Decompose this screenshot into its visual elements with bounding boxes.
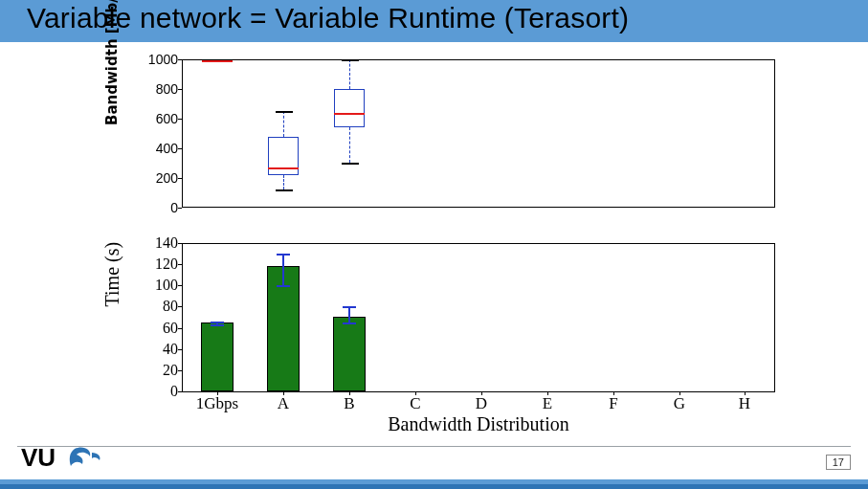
xtick: E xyxy=(543,394,552,413)
box-cap xyxy=(342,163,359,165)
box-median xyxy=(334,113,365,115)
griffin-icon xyxy=(70,447,100,466)
box-whisker xyxy=(349,127,350,163)
xtick: C xyxy=(410,394,420,413)
box-cap xyxy=(342,59,359,61)
chart-time-bar: Time (s) 0 20 40 60 80 100 120 140 1Gbps… xyxy=(52,243,808,444)
ytick: 100 xyxy=(145,277,178,294)
ytick: 80 xyxy=(145,298,178,315)
slide-content: Bandwidth [Mb/s] 0 200 400 600 800 1000 xyxy=(0,42,868,444)
xtick: B xyxy=(344,394,354,413)
ytick: 200 xyxy=(145,170,178,186)
error-cap xyxy=(277,254,290,256)
box-body xyxy=(334,89,365,127)
footer-divider xyxy=(17,446,851,447)
box-body xyxy=(268,137,299,175)
xtick: 1Gbps xyxy=(196,394,238,413)
xtick: D xyxy=(476,394,487,413)
xtick: H xyxy=(739,394,750,413)
ytick: 400 xyxy=(145,141,178,156)
xtick: F xyxy=(609,394,617,413)
bar xyxy=(333,317,366,391)
chart-bandwidth-boxplot: Bandwidth [Mb/s] 0 200 400 600 800 1000 xyxy=(105,59,775,232)
vu-logo: VU xyxy=(21,445,117,474)
ytick: 60 xyxy=(145,320,178,337)
page-number: 17 xyxy=(826,455,851,470)
error-cap xyxy=(211,322,224,323)
x-axis-label-bottom: Bandwidth Distribution xyxy=(182,413,775,435)
box-whisker xyxy=(283,111,284,137)
y-axis-label-top: Bandwidth [Mb/s] xyxy=(103,0,121,125)
error-bar xyxy=(348,306,350,322)
error-cap xyxy=(343,322,356,324)
ytick: 0 xyxy=(145,383,178,400)
box-cap xyxy=(276,189,293,191)
logo-text: VU xyxy=(21,445,56,470)
footer-color-bars xyxy=(0,479,868,489)
bar xyxy=(201,322,234,391)
error-bar xyxy=(282,254,284,285)
xtick: G xyxy=(674,394,685,413)
box-median xyxy=(202,60,233,62)
ytick: 0 xyxy=(145,200,178,215)
y-axis-label-bottom: Time (s) xyxy=(101,242,123,307)
ytick: 120 xyxy=(145,256,178,273)
error-cap xyxy=(343,306,356,308)
title-bar: Variable network = Variable Runtime (Ter… xyxy=(0,0,868,42)
box-whisker xyxy=(349,59,350,89)
plot-frame-top xyxy=(182,59,775,208)
ytick: 800 xyxy=(145,81,178,97)
box-whisker xyxy=(283,175,284,189)
ytick: 20 xyxy=(145,362,178,379)
xtick: A xyxy=(278,394,289,413)
error-cap xyxy=(211,324,224,326)
box-median xyxy=(268,167,299,169)
ytick: 1000 xyxy=(145,52,178,67)
ytick: 140 xyxy=(145,234,178,252)
box-cap xyxy=(276,111,293,113)
ytick: 600 xyxy=(145,111,178,126)
ytick: 40 xyxy=(145,341,178,358)
error-cap xyxy=(277,285,290,287)
